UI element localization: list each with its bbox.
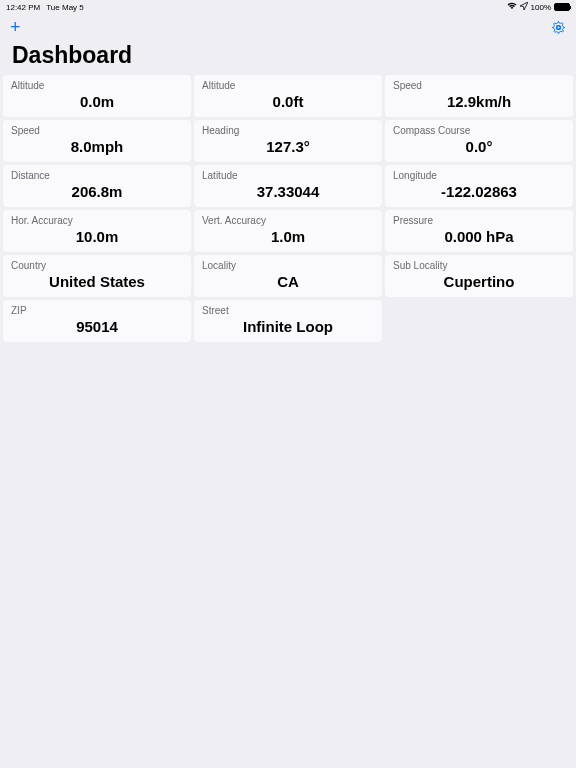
- tile-label: Pressure: [393, 215, 565, 226]
- tile-pressure[interactable]: Pressure 0.000 hPa: [385, 210, 573, 252]
- tile-value: CA: [202, 273, 374, 290]
- tile-value: 95014: [11, 318, 183, 335]
- tile-zip[interactable]: ZIP 95014: [3, 300, 191, 342]
- tile-country[interactable]: Country United States: [3, 255, 191, 297]
- tile-label: Compass Course: [393, 125, 565, 136]
- status-bar: 12:42 PM Tue May 5 100%: [0, 0, 576, 14]
- add-button[interactable]: +: [10, 17, 21, 38]
- tile-label: Locality: [202, 260, 374, 271]
- tile-value: 1.0m: [202, 228, 374, 245]
- tile-label: Speed: [11, 125, 183, 136]
- tile-hor-accuracy[interactable]: Hor. Accuracy 10.0m: [3, 210, 191, 252]
- tile-label: Hor. Accuracy: [11, 215, 183, 226]
- tile-value: 12.9km/h: [393, 93, 565, 110]
- status-time: 12:42 PM: [6, 3, 40, 12]
- dashboard-grid: Altitude 0.0m Altitude 0.0ft Speed 12.9k…: [0, 75, 576, 342]
- toolbar: +: [0, 14, 576, 40]
- tile-vert-accuracy[interactable]: Vert. Accuracy 1.0m: [194, 210, 382, 252]
- wifi-icon: [507, 2, 517, 12]
- tile-distance[interactable]: Distance 206.8m: [3, 165, 191, 207]
- gear-icon: [551, 20, 566, 35]
- tile-longitude[interactable]: Longitude -122.02863: [385, 165, 573, 207]
- tile-label: Distance: [11, 170, 183, 181]
- tile-value: 37.33044: [202, 183, 374, 200]
- tile-label: Altitude: [202, 80, 374, 91]
- tile-label: Street: [202, 305, 374, 316]
- tile-value: Infinite Loop: [202, 318, 374, 335]
- tile-compass-course[interactable]: Compass Course 0.0°: [385, 120, 573, 162]
- tile-heading[interactable]: Heading 127.3°: [194, 120, 382, 162]
- tile-value: 8.0mph: [11, 138, 183, 155]
- page-title: Dashboard: [0, 40, 576, 75]
- tile-label: Latitude: [202, 170, 374, 181]
- tile-value: United States: [11, 273, 183, 290]
- tile-value: -122.02863: [393, 183, 565, 200]
- tile-label: Heading: [202, 125, 374, 136]
- tile-latitude[interactable]: Latitude 37.33044: [194, 165, 382, 207]
- settings-button[interactable]: [551, 20, 566, 35]
- tile-locality[interactable]: Locality CA: [194, 255, 382, 297]
- battery-icon: [554, 3, 570, 11]
- tile-altitude-ft[interactable]: Altitude 0.0ft: [194, 75, 382, 117]
- location-icon: [520, 2, 528, 12]
- tile-value: 10.0m: [11, 228, 183, 245]
- tile-street[interactable]: Street Infinite Loop: [194, 300, 382, 342]
- tile-value: 206.8m: [11, 183, 183, 200]
- status-battery-percent: 100%: [531, 3, 551, 12]
- tile-sub-locality[interactable]: Sub Locality Cupertino: [385, 255, 573, 297]
- tile-value: 0.000 hPa: [393, 228, 565, 245]
- tile-label: Longitude: [393, 170, 565, 181]
- tile-value: 0.0°: [393, 138, 565, 155]
- tile-value: 127.3°: [202, 138, 374, 155]
- tile-value: 0.0ft: [202, 93, 374, 110]
- tile-speed-mph[interactable]: Speed 8.0mph: [3, 120, 191, 162]
- tile-label: ZIP: [11, 305, 183, 316]
- tile-value: Cupertino: [393, 273, 565, 290]
- tile-label: Sub Locality: [393, 260, 565, 271]
- tile-altitude-m[interactable]: Altitude 0.0m: [3, 75, 191, 117]
- tile-speed-kmh[interactable]: Speed 12.9km/h: [385, 75, 573, 117]
- tile-label: Vert. Accuracy: [202, 215, 374, 226]
- tile-label: Speed: [393, 80, 565, 91]
- tile-value: 0.0m: [11, 93, 183, 110]
- status-date: Tue May 5: [46, 3, 84, 12]
- tile-label: Country: [11, 260, 183, 271]
- tile-label: Altitude: [11, 80, 183, 91]
